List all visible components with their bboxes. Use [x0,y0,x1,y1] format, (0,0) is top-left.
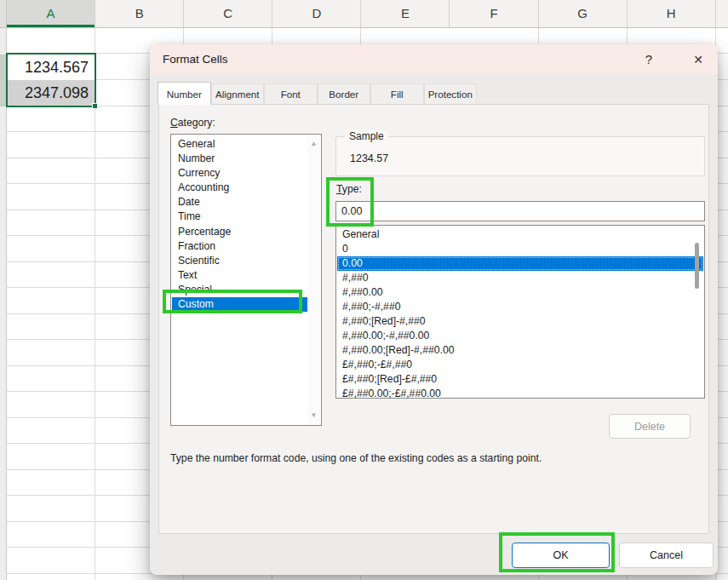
type-list-scrollbar-thumb[interactable] [695,243,699,289]
category-item-time[interactable]: Time [172,210,307,224]
tab-number[interactable]: Number [158,82,211,105]
type-code-item-selected[interactable]: 0.00 [337,256,703,271]
scroll-down-icon[interactable]: ▼ [307,409,320,422]
column-header-e[interactable]: E [361,0,450,27]
tab-fill[interactable]: Fill [370,83,424,104]
column-header-d[interactable]: D [272,0,361,27]
sample-legend: Sample [345,130,388,142]
category-item-text[interactable]: Text [172,268,307,283]
category-item-number[interactable]: Number [172,152,307,166]
type-code-item[interactable]: #,##0.00;-#,##0.00 [337,329,703,343]
category-item-date[interactable]: Date [172,195,307,210]
tab-alignment[interactable]: Alignment [211,83,265,104]
close-icon[interactable]: ✕ [685,44,712,75]
row-header-strip [0,28,7,580]
type-code-item[interactable]: #,##0.00;[Red]-#,##0.00 [337,343,703,358]
delete-button[interactable]: Delete [609,414,691,439]
annotation-box-custom-category [163,290,302,313]
excel-window: A B C D E F G H 1234.567 2347.098 Format… [0,0,728,580]
selection-border [6,53,96,107]
type-code-item[interactable]: £#,##0.00;-£#,##0.00 [337,387,703,401]
custom-format-description: Type the number format code, using one o… [170,452,542,464]
select-all-corner[interactable] [0,0,7,28]
category-item-currency[interactable]: Currency [172,166,307,181]
sample-group: Sample 1234.57 [335,136,705,176]
column-header-b[interactable]: B [95,0,184,27]
scroll-up-icon[interactable]: ▲ [307,137,320,151]
dialog-titlebar[interactable]: Format Cells ? ✕ [150,44,718,75]
column-header-c[interactable]: C [184,0,272,27]
column-header-row: A B C D E F G H [7,0,728,28]
column-header-h[interactable]: H [628,0,716,27]
category-item-scientific[interactable]: Scientific [172,254,307,268]
category-listbox: General Number Currency Accounting Date … [170,134,322,426]
fill-handle[interactable] [92,103,98,109]
annotation-box-ok-button [499,532,615,572]
type-code-item[interactable]: #,##0;[Red]-#,##0 [337,314,703,329]
type-code-item[interactable]: £#,##0;-£#,##0 [337,358,703,372]
tab-border[interactable]: Border [318,83,371,104]
type-code-item[interactable]: #,##0.00 [337,285,703,300]
tab-protection[interactable]: Protection [424,83,478,104]
category-scrollbar[interactable]: ▲ ▼ [307,135,320,424]
column-header-filler [716,0,728,27]
type-code-item[interactable]: #,##0 [337,271,703,285]
category-item-general[interactable]: General [172,137,307,152]
type-code-item[interactable]: £#,##0;[Red]-£#,##0 [337,372,703,387]
type-code-item[interactable]: General [337,227,703,242]
column-header-f[interactable]: F [450,0,538,27]
column-header-a[interactable]: A [7,0,95,27]
number-tab-page: Category: General Number Currency Accoun… [158,104,709,534]
type-code-item[interactable]: #,##0;-#,##0 [337,300,703,314]
dialog-tab-strip: Number Alignment Font Border Fill Protec… [158,83,477,105]
type-code-items: General 0 0.00 #,##0 #,##0.00 #,##0;-#,#… [337,227,703,401]
dialog-title: Format Cells [163,44,228,75]
category-item-fraction[interactable]: Fraction [172,239,307,254]
category-items: General Number Currency Accounting Date … [172,137,307,312]
help-button[interactable]: ? [635,44,662,75]
tab-font[interactable]: Font [264,83,318,104]
type-code-item[interactable]: 0 [337,242,703,256]
category-item-percentage[interactable]: Percentage [172,225,307,239]
cancel-button[interactable]: Cancel [619,543,714,568]
column-header-g[interactable]: G [539,0,628,27]
annotation-box-type-field [326,177,374,227]
sample-value: 1234.57 [350,152,388,164]
category-item-accounting[interactable]: Accounting [172,181,307,195]
format-cells-dialog: Format Cells ? ✕ Number Alignment Font B… [150,44,718,575]
type-input[interactable] [335,201,705,221]
type-code-listbox: General 0 0.00 #,##0 #,##0.00 #,##0;-#,#… [335,225,705,399]
category-label: Category: [170,117,215,129]
